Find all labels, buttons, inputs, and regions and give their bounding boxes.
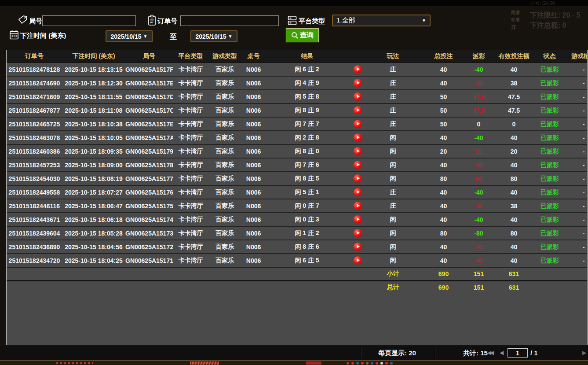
cell-game: 百家乐 [208,66,241,74]
page-number-input[interactable] [508,348,528,358]
table-row[interactable]: 2510151824781282025-10-15 18:13:15GN0062… [7,63,588,76]
play-result-cell [348,106,368,114]
order-number-input[interactable] [180,15,279,26]
cell-table_no: N006 [241,148,266,155]
cell-status: 已派彩 [539,257,560,265]
cell-extra: - [560,243,588,251]
cell-game: 百家乐 [208,134,241,142]
platform-type-select[interactable]: 1.全部 ▼ [332,15,431,26]
cell-result: 闲 6 庄 2 [266,66,348,74]
cell-valid: 38 [489,80,539,87]
date-from-picker[interactable]: 2025/10/15 ▼ [106,30,153,42]
table-row[interactable]: 2510151824630782025-10-15 18:10:05GN0062… [7,130,588,144]
cell-valid: 40 [489,162,539,169]
cell-status: 已派彩 [539,188,560,196]
play-icon[interactable] [354,161,362,169]
table-row[interactable]: 2510151824347202025-10-15 18:04:25GN0062… [7,253,588,267]
cell-result: 闲 1 庄 2 [266,229,348,237]
cell-playtype: 闲 [368,243,418,251]
cell-extra: - [560,162,588,169]
records-table-panel: 订单号下注时间 (美东)局号平台类型游戏类型桌号结果玩法总投注派彩有效投注额状态… [6,50,588,345]
play-result-cell [348,92,368,101]
play-icon[interactable] [354,229,362,237]
cell-bet: 80 [418,175,469,182]
play-icon[interactable] [354,188,362,196]
table-row[interactable]: 2510151824716092025-10-15 18:11:55GN0062… [7,89,588,103]
cell-payout: -80 [469,230,489,237]
table-row[interactable]: 2510151824603862025-10-15 18:09:35GN0062… [7,144,588,158]
table-row[interactable]: 2510151824396042025-10-15 18:05:28GN0062… [7,226,588,240]
play-icon[interactable] [354,243,362,251]
cell-order: 251015182465725 [7,121,62,128]
cell-payout: -40 [469,216,489,223]
cell-round: GN00625A1517C [125,107,173,114]
play-icon[interactable] [354,79,362,87]
play-icon[interactable] [354,133,362,142]
next-page-button[interactable]: ▶ [582,346,586,360]
search-button[interactable]: 查询 [286,28,319,42]
play-icon[interactable] [354,215,362,224]
play-icon[interactable] [354,147,362,155]
play-icon[interactable] [354,106,362,114]
cell-platform: 卡卡湾厅 [173,216,208,224]
cell-table_no: N006 [241,107,266,114]
cell-time: 2025-10-15 18:11:55 [62,93,125,100]
play-icon[interactable] [354,174,362,183]
table-row[interactable]: 2510151824436712025-10-15 18:06:18GN0062… [7,212,588,226]
table-row[interactable]: 2510151824657252025-10-15 18:10:38GN0062… [7,117,588,130]
cell-order: 251015182478128 [7,66,62,73]
search-icon [291,32,299,39]
calendar-icon [9,29,19,42]
play-icon[interactable] [354,256,362,265]
background-bleed-total-text: 下注总额: 0 [530,21,566,30]
table-row[interactable]: 2510151824678772025-10-15 18:11:08GN0062… [7,103,588,117]
table-row[interactable]: 2510151824495582025-10-15 18:07:27GN0062… [7,185,588,199]
cell-playtype: 庄 [368,202,418,210]
cell-table_no: N006 [241,243,266,251]
table-row[interactable]: 2510151824461162025-10-15 18:06:47GN0062… [7,199,588,212]
cell-round: GN00625A15175 [125,203,173,210]
cell-extra: - [560,148,588,155]
cell-game: 百家乐 [208,147,241,155]
cell-result: 闲 4 庄 9 [266,79,348,87]
play-icon[interactable] [354,120,362,128]
cell-platform: 卡卡湾厅 [173,120,208,128]
prev-page-button[interactable]: ◀ [500,346,504,360]
search-button-label: 查询 [300,31,314,40]
cell-playtype: 庄 [368,120,418,128]
play-result-cell [348,174,368,183]
table-row[interactable]: 2510151824746902025-10-15 18:12:30GN0062… [7,76,588,89]
cell-extra: - [560,257,588,264]
cell-bet: 40 [418,66,469,73]
cell-bet: 50 [418,93,469,100]
cell-payout: -40 [469,66,489,73]
column-header: 游戏模式 [560,52,588,60]
table-header-row: 订单号下注时间 (美东)局号平台类型游戏类型桌号结果玩法总投注派彩有效投注额状态… [7,50,588,63]
cell-bet: 40 [418,257,469,264]
play-icon[interactable] [354,65,362,74]
cell-status: 已派彩 [539,175,560,183]
cell-round: GN00625A15178 [125,162,173,169]
date-to-picker[interactable]: 2025/10/15 ▼ [190,30,237,42]
cell-time: 2025-10-15 18:06:47 [62,203,125,210]
cell-playtype: 闲 [368,147,418,155]
play-icon[interactable] [354,92,362,101]
column-header: 玩法 [368,52,418,60]
play-icon[interactable] [354,202,362,210]
cell-round: GN00625A15171 [125,257,173,264]
round-number-input[interactable] [42,15,136,26]
cell-valid: 40 [489,134,539,141]
cell-extra: - [560,216,588,223]
first-page-button[interactable]: ◀◀ [487,346,493,360]
cell-round: GN00625A1517E [125,80,173,87]
cell-bet: 40 [418,134,469,141]
table-row[interactable]: 2510151824368902025-10-15 18:04:56GN0062… [7,240,588,253]
cell-platform: 卡卡湾厅 [173,243,208,251]
column-header: 订单号 [7,52,62,60]
cell-time: 2025-10-15 18:05:28 [62,230,125,237]
table-row[interactable]: 2510151824572532025-10-15 18:09:00GN0062… [7,158,588,171]
grand-total-payout: 151 [469,284,489,291]
cell-game: 百家乐 [208,175,241,183]
table-row[interactable]: 2510151824540302025-10-15 18:08:19GN0062… [7,171,588,185]
cell-status: 已派彩 [539,216,560,224]
